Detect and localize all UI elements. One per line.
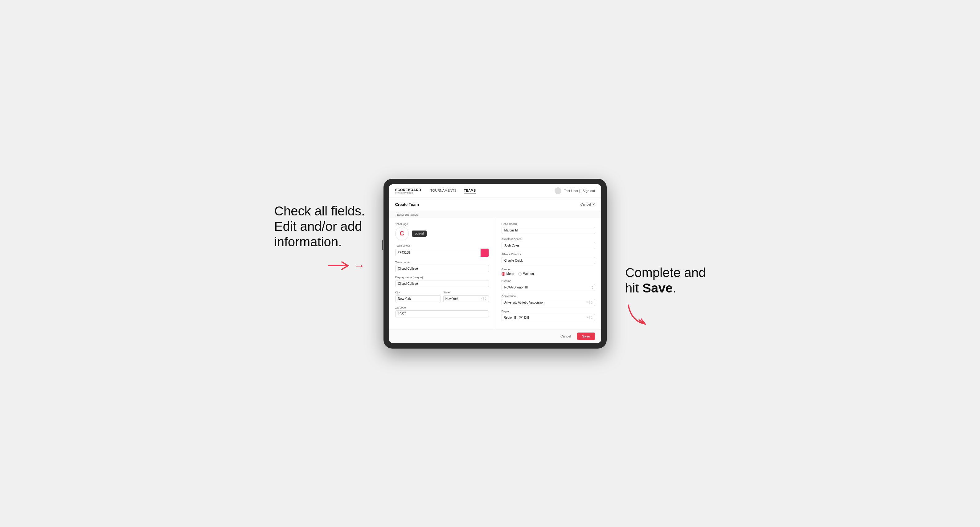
city-state-row: City State New York ×: [395, 291, 489, 302]
gender-field: Gender Mens Womens: [501, 268, 595, 276]
team-logo-label: Team logo: [395, 222, 489, 225]
region-select[interactable]: Region II - (M) DIII × ▲ ▼: [501, 314, 595, 321]
logo-circle: C: [395, 227, 409, 240]
navbar: SCOREBOARD Powered by clippd TOURNAMENTS…: [389, 184, 601, 198]
upload-button[interactable]: Upload: [412, 230, 427, 237]
nav-teams[interactable]: TEAMS: [464, 187, 476, 194]
region-value: Region II - (M) DIII: [504, 316, 586, 319]
tablet-side-button: [382, 240, 383, 250]
state-field: State New York × ▲ ▼: [443, 291, 489, 302]
state-label: State: [443, 291, 489, 294]
chevron-up-icon: ▲: [591, 300, 593, 302]
sign-out-link[interactable]: Sign out: [583, 189, 595, 193]
display-name-label: Display name (unique): [395, 276, 489, 279]
form-right: Head Coach Assistant Coach Athletic Dire…: [495, 218, 601, 329]
form-title: Create Team: [395, 202, 419, 207]
chevron-down-icon: ▼: [485, 299, 487, 301]
region-divider: [589, 316, 590, 319]
form-header: Create Team Cancel ✕: [389, 198, 601, 210]
nav-right: Test User | Sign out: [555, 187, 595, 194]
gender-radio-group: Mens Womens: [501, 272, 595, 276]
cancel-x-button[interactable]: Cancel ✕: [581, 203, 595, 206]
team-name-field: Team name: [395, 261, 489, 272]
city-state-field: City State New York ×: [395, 291, 489, 302]
zip-input[interactable]: [395, 310, 489, 317]
team-logo-field: Team logo C Upload: [395, 222, 489, 240]
region-field: Region Region II - (M) DIII × ▲ ▼: [501, 310, 595, 321]
assistant-coach-label: Assistant Coach: [501, 238, 595, 241]
head-coach-input[interactable]: [501, 227, 595, 234]
cancel-label: Cancel: [581, 203, 591, 206]
conference-select[interactable]: University Athletic Association × ▲ ▼: [501, 299, 595, 306]
state-chevrons: ▲ ▼: [485, 297, 487, 301]
logo-subtitle: Powered by clippd: [395, 192, 421, 194]
arrow-right-icon: [625, 302, 650, 327]
logo-letter: C: [399, 230, 404, 237]
conference-label: Conference: [501, 295, 595, 298]
head-coach-field: Head Coach: [501, 222, 595, 234]
form-footer: Cancel Save: [389, 329, 601, 343]
state-controls: × ▲ ▼: [480, 297, 487, 301]
annotation-right: Complete and hit Save.: [625, 179, 706, 328]
annotation-left: Check all fields. Edit and/or add inform…: [274, 203, 365, 250]
team-colour-field: Team colour: [395, 244, 489, 257]
mens-label: Mens: [506, 272, 514, 276]
zip-code-field: Zip code: [395, 306, 489, 317]
conference-value: University Athletic Association: [504, 301, 586, 304]
state-value: New York: [445, 297, 480, 300]
team-name-label: Team name: [395, 261, 489, 264]
annotation-right-line2: hit Save.: [625, 281, 676, 296]
form-body: Team logo C Upload Team colour: [389, 218, 601, 329]
arrow-left-icon: [328, 259, 353, 272]
arrow-right-annotation: [625, 302, 650, 328]
conference-field: Conference University Athletic Associati…: [501, 295, 595, 306]
gender-mens-option[interactable]: Mens: [501, 272, 514, 276]
state-select[interactable]: New York × ▲ ▼: [443, 295, 489, 302]
conference-clear-icon[interactable]: ×: [586, 301, 588, 304]
save-button[interactable]: Save: [577, 333, 595, 340]
conference-divider: [589, 300, 590, 304]
chevron-up-icon: ▲: [591, 316, 593, 317]
conference-chevrons: ▲ ▼: [591, 300, 593, 305]
region-controls: × ▲ ▼: [586, 316, 593, 320]
form-left: Team logo C Upload Team colour: [389, 218, 495, 329]
close-icon: ✕: [592, 203, 595, 206]
user-name: Test User |: [564, 189, 580, 193]
annotation-line1: Check all fields.: [274, 203, 365, 219]
annotation-line3: information.: [274, 234, 365, 250]
division-select[interactable]: NCAA Division III: [501, 284, 595, 291]
state-clear-icon[interactable]: ×: [480, 297, 482, 300]
womens-radio-dot: [518, 272, 522, 276]
annotation-line2: Edit and/or add: [274, 219, 365, 234]
display-name-field: Display name (unique): [395, 276, 489, 287]
region-clear-icon[interactable]: ×: [586, 316, 588, 319]
color-swatch[interactable]: [480, 248, 489, 257]
arrow-left-annotation: [328, 259, 365, 272]
team-colour-label: Team colour: [395, 244, 489, 247]
city-input[interactable]: [395, 295, 441, 302]
athletic-director-label: Athletic Director: [501, 253, 595, 256]
head-coach-label: Head Coach: [501, 222, 595, 225]
nav-tournaments[interactable]: TOURNAMENTS: [430, 187, 457, 194]
logo-title: SCOREBOARD: [395, 188, 421, 192]
conference-controls: × ▲ ▼: [586, 300, 593, 305]
division-select-wrapper: NCAA Division III ▲ ▼: [501, 284, 595, 291]
zip-label: Zip code: [395, 306, 489, 309]
region-chevrons: ▲ ▼: [591, 316, 593, 320]
team-name-input[interactable]: [395, 265, 489, 272]
gender-womens-option[interactable]: Womens: [518, 272, 535, 276]
mens-radio-dot: [501, 272, 505, 276]
cancel-button[interactable]: Cancel: [557, 333, 574, 340]
display-name-input[interactable]: [395, 280, 489, 287]
team-colour-input[interactable]: [395, 249, 480, 256]
user-avatar: [555, 187, 562, 194]
city-label: City: [395, 291, 441, 294]
chevron-down-icon: ▼: [591, 303, 593, 305]
chevron-up-icon: ▲: [485, 297, 487, 298]
assistant-coach-input[interactable]: [501, 242, 595, 249]
athletic-director-input[interactable]: [501, 257, 595, 264]
region-label: Region: [501, 310, 595, 313]
logo-area: SCOREBOARD Powered by clippd: [395, 188, 421, 194]
division-label: Division: [501, 279, 595, 283]
gender-label: Gender: [501, 268, 595, 271]
